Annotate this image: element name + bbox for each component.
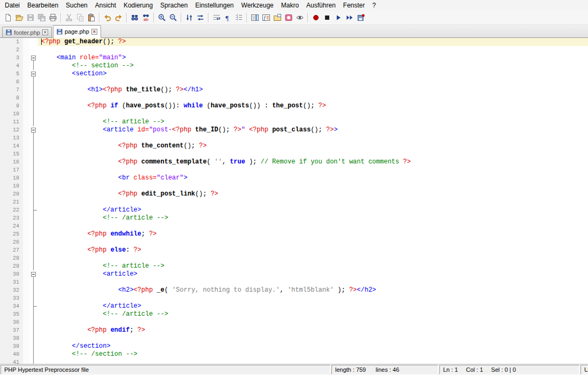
code-line[interactable]	[38, 254, 588, 262]
toolbar-button-redo[interactable]	[113, 12, 124, 24]
code-line[interactable]: <!-- /section -->	[38, 350, 588, 358]
menu-item-bearbeiten[interactable]: Bearbeiten	[24, 1, 62, 10]
tab-label: footer.php	[14, 29, 40, 36]
code-line[interactable]	[38, 238, 588, 246]
menu-item-ausf-hren[interactable]: Ausführen	[303, 1, 339, 10]
toolbar-button-document-map[interactable]	[249, 12, 260, 24]
code-line[interactable]	[38, 94, 588, 102]
toolbar-button-browser-view[interactable]	[283, 12, 294, 24]
toolbar-button-sync-vertical[interactable]	[183, 12, 195, 24]
toolbar-button-sync-horizontal[interactable]	[195, 12, 206, 24]
code-line[interactable]: <h2><?php _e( 'Sorry, nothing to display…	[38, 286, 588, 294]
tab-footer-php[interactable]: footer.php✕	[2, 27, 52, 37]
menu-item-einstellungen[interactable]: Einstellungen	[191, 1, 237, 10]
code-line[interactable]: </article>	[38, 302, 588, 310]
toolbar-button-macro-stop[interactable]	[321, 12, 332, 24]
code-line[interactable]: </article>	[38, 206, 588, 214]
toolbar-button-macro-play[interactable]	[332, 12, 344, 24]
menu-item-sprachen[interactable]: Sprachen	[157, 1, 191, 10]
toolbar-separator	[126, 13, 127, 22]
code-line[interactable]: <article>	[38, 270, 588, 278]
toolbar-button-find[interactable]	[129, 12, 140, 24]
code-line[interactable]	[38, 334, 588, 342]
toolbar-button-zoom-out[interactable]	[167, 12, 179, 24]
code-line[interactable]: <main role="main">	[38, 54, 588, 62]
code-line[interactable]: <?php else: ?>	[38, 246, 588, 254]
toolbar-button-show-all-characters[interactable]: ¶	[222, 12, 233, 24]
close-icon[interactable]: ✕	[91, 29, 97, 35]
menu-item-werkzeuge[interactable]: Werkzeuge	[237, 1, 277, 10]
code-line[interactable]	[38, 46, 588, 54]
code-line[interactable]	[38, 278, 588, 286]
menu-item-help[interactable]: ?	[369, 1, 380, 10]
code-line[interactable]: <!-- article -->	[38, 118, 588, 126]
menu-item-makro[interactable]: Makro	[277, 1, 303, 10]
code-line[interactable]: <?php comments_template( '', true ); // …	[38, 158, 588, 166]
code-line[interactable]	[38, 358, 588, 364]
toolbar-button-word-wrap[interactable]	[211, 12, 222, 24]
code-line[interactable]: <article id="post-<?php the_ID(); ?>" <?…	[38, 126, 588, 134]
code-line[interactable]: <h1><?php the_title(); ?></h1>	[38, 86, 588, 94]
code-line[interactable]	[38, 182, 588, 190]
menu-item-datei[interactable]: Datei	[1, 1, 24, 10]
fold-collapse-marker[interactable]	[29, 70, 38, 78]
toolbar-button-replace[interactable]: ab	[140, 12, 151, 24]
toolbar-button-copy[interactable]	[74, 12, 86, 24]
line-number: 12	[0, 126, 23, 134]
code-line[interactable]: <!-- section -->	[38, 62, 588, 70]
editor-row: 15	[0, 150, 588, 158]
toolbar-button-macro-save[interactable]	[355, 12, 366, 24]
code-line[interactable]: <?php edit_post_link(); ?>	[38, 190, 588, 198]
code-line[interactable]: <!-- /article -->	[38, 310, 588, 318]
toolbar-button-open-file[interactable]	[13, 12, 25, 24]
code-line[interactable]: <!-- /article -->	[38, 214, 588, 222]
toolbar-button-macro-run-multiple[interactable]	[344, 12, 355, 24]
code-line[interactable]: <?php get_header(); ?>	[38, 38, 588, 46]
fold-collapse-marker[interactable]	[29, 126, 38, 134]
code-line[interactable]	[38, 318, 588, 326]
menu-item-fenster[interactable]: Fenster	[339, 1, 369, 10]
code-line[interactable]	[38, 150, 588, 158]
fold-collapse-marker[interactable]	[29, 54, 38, 62]
code-line[interactable]: <?php endif; ?>	[38, 326, 588, 334]
code-line[interactable]	[38, 78, 588, 86]
close-icon[interactable]: ✕	[42, 29, 48, 35]
code-line[interactable]	[38, 222, 588, 230]
toolbar-button-file-browser[interactable]	[272, 12, 283, 24]
tab-page-php[interactable]: page.php✕	[53, 25, 101, 38]
code-line[interactable]: <?php endwhile; ?>	[38, 230, 588, 238]
editor-row: 30 <article>	[0, 270, 588, 278]
fold-collapse-marker[interactable]	[29, 270, 38, 278]
menu-item-suchen[interactable]: Suchen	[62, 1, 91, 10]
code-line[interactable]: <!-- article -->	[38, 262, 588, 270]
toolbar-button-undo[interactable]	[102, 12, 113, 24]
code-line[interactable]	[38, 198, 588, 206]
code-line[interactable]	[38, 166, 588, 174]
editor-row: 25 <?php endwhile; ?>	[0, 230, 588, 238]
toolbar-button-zoom-in[interactable]	[156, 12, 167, 24]
macro-record-icon	[312, 13, 320, 22]
code-line[interactable]: </section>	[38, 342, 588, 350]
text-caret	[41, 38, 42, 45]
toolbar-button-print[interactable]	[47, 12, 58, 24]
code-line[interactable]	[38, 134, 588, 142]
toolbar-button-paste[interactable]	[86, 12, 97, 24]
toolbar-button-cut[interactable]	[63, 12, 74, 24]
toolbar-button-function-list[interactable]: f	[260, 12, 272, 24]
menu-item-ansicht[interactable]: Ansicht	[91, 1, 120, 10]
code-line[interactable]: <section>	[38, 70, 588, 78]
cut-icon	[65, 13, 73, 22]
line-number: 7	[0, 86, 23, 94]
code-line[interactable]: <?php if (have_posts()): while (have_pos…	[38, 102, 588, 110]
toolbar-button-save[interactable]	[25, 12, 36, 24]
code-line[interactable]: <?php the_content(); ?>	[38, 142, 588, 150]
toolbar-button-macro-record[interactable]	[310, 12, 321, 24]
code-line[interactable]: <br class="clear">	[38, 174, 588, 182]
menu-item-kodierung[interactable]: Kodierung	[120, 1, 157, 10]
toolbar-button-save-all[interactable]	[36, 12, 47, 24]
toolbar-button-monitoring-eye[interactable]	[294, 12, 305, 24]
toolbar-button-show-indent-guide[interactable]	[233, 12, 244, 24]
code-line[interactable]	[38, 110, 588, 118]
toolbar-button-new-file[interactable]	[2, 12, 13, 24]
code-line[interactable]	[38, 294, 588, 302]
